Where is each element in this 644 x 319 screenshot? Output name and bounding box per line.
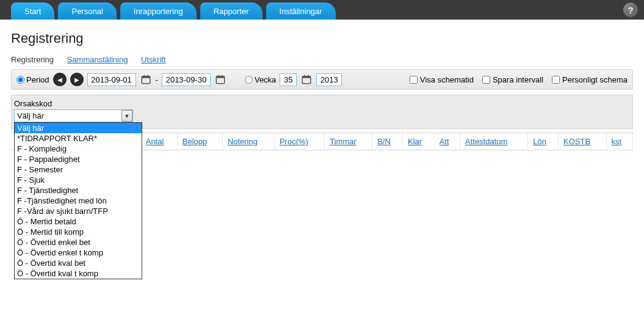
tab-start[interactable]: Start bbox=[11, 2, 54, 20]
orsakskod-option[interactable]: F - Pappaledighet bbox=[15, 154, 142, 164]
orsakskod-combo[interactable]: ▼ Välj här*TIDRAPPORT KLAR*F - Kompledig… bbox=[14, 109, 133, 122]
orsakskod-option[interactable]: Välj här bbox=[15, 123, 142, 133]
svg-rect-7 bbox=[222, 75, 223, 77]
chevron-down-icon: ▼ bbox=[125, 113, 130, 119]
grid-header[interactable]: Proc(%) bbox=[274, 133, 324, 150]
personligt-schema-checkbox[interactable] bbox=[552, 76, 560, 84]
period-radio[interactable] bbox=[16, 76, 24, 84]
spara-intervall-checkbox[interactable] bbox=[482, 76, 490, 84]
tab-rapporter[interactable]: Rapporter bbox=[200, 2, 262, 20]
orsakskod-option[interactable]: F - Semester bbox=[15, 164, 142, 175]
svg-rect-3 bbox=[147, 75, 148, 77]
tab-installningar[interactable]: Inställningar bbox=[266, 2, 336, 20]
svg-rect-11 bbox=[308, 75, 309, 77]
orsakskod-dropdown[interactable]: Välj här*TIDRAPPORT KLAR*F - KompledigF … bbox=[14, 122, 142, 279]
tab-inrapportering[interactable]: Inrapportering bbox=[120, 2, 197, 20]
personligt-schema-label: Personligt schema bbox=[562, 75, 628, 84]
page-title: Registrering bbox=[11, 31, 633, 46]
week-input[interactable] bbox=[280, 73, 297, 86]
orsakskod-option[interactable]: F - Sjuk bbox=[15, 175, 142, 185]
orsakskod-input[interactable] bbox=[14, 109, 133, 122]
svg-rect-10 bbox=[305, 75, 306, 77]
svg-rect-1 bbox=[142, 76, 150, 78]
svg-rect-6 bbox=[218, 75, 219, 77]
grid-header[interactable]: Antal bbox=[140, 133, 177, 150]
grid-header[interactable]: Timmar bbox=[325, 133, 372, 150]
help-icon[interactable]: ? bbox=[623, 2, 638, 17]
subtab-row: Registrering Sammanställning Utskrift bbox=[11, 55, 633, 64]
orsakskod-option[interactable]: Ö - Övertid enkel bet bbox=[15, 237, 142, 248]
orsakskod-option[interactable]: F -Tjänstledighet med lön bbox=[15, 196, 142, 206]
subtab-registrering: Registrering bbox=[11, 55, 54, 64]
spara-intervall-label: Spara intervall bbox=[493, 75, 543, 84]
orsakskod-option[interactable]: Ö - Övertid kval bet bbox=[15, 258, 142, 268]
calendar-from-icon[interactable] bbox=[140, 73, 152, 86]
orsakskod-option[interactable]: Ö - Mertid till komp bbox=[15, 227, 142, 237]
vecka-radio[interactable] bbox=[245, 76, 253, 84]
grid-header[interactable]: Attestdatum bbox=[460, 133, 527, 150]
svg-rect-5 bbox=[216, 76, 225, 78]
grid-header[interactable]: Notering bbox=[222, 133, 274, 150]
orsakskod-option[interactable]: Ö - Mertid betald bbox=[15, 216, 142, 227]
orsakskod-section: Orsakskod ▼ Välj här*TIDRAPPORT KLAR*F -… bbox=[11, 95, 633, 129]
grid-header[interactable]: B/N bbox=[372, 133, 403, 150]
svg-rect-2 bbox=[143, 75, 145, 77]
orsakskod-option[interactable]: F - Kompledig bbox=[15, 144, 142, 154]
subtab-utskrift[interactable]: Utskrift bbox=[141, 55, 165, 64]
orsakskod-option[interactable]: F -Vård av sjukt barn/TFP bbox=[15, 206, 142, 216]
grid-header[interactable]: Klar bbox=[402, 133, 434, 150]
orsakskod-option[interactable]: F - Tjänstledighet bbox=[15, 185, 142, 196]
grid-header[interactable]: Att bbox=[434, 133, 460, 150]
tab-personal[interactable]: Personal bbox=[58, 2, 116, 20]
calendar-to-icon[interactable] bbox=[214, 73, 226, 86]
subtab-sammanstallning[interactable]: Sammanställning bbox=[67, 55, 128, 64]
grid-header[interactable]: Belopp bbox=[177, 133, 222, 150]
calendar-week-icon[interactable] bbox=[300, 73, 313, 86]
grid-header[interactable]: Lön bbox=[528, 133, 559, 150]
visa-schematid-checkbox[interactable] bbox=[410, 76, 418, 84]
prev-period-button[interactable]: ◀ bbox=[53, 73, 67, 86]
vecka-label: Vecka bbox=[255, 75, 276, 84]
orsakskod-label: Orsakskod bbox=[14, 99, 630, 108]
top-nav: Start Personal Inrapportering Rapporter … bbox=[0, 0, 644, 20]
next-period-button[interactable]: ▶ bbox=[70, 73, 84, 86]
orsakskod-dropdown-button[interactable]: ▼ bbox=[121, 110, 132, 122]
grid-header[interactable]: kst bbox=[606, 133, 632, 150]
date-dash: - bbox=[156, 75, 158, 84]
orsakskod-option[interactable]: *TIDRAPPORT KLAR* bbox=[15, 133, 142, 144]
filter-bar: Period ◀ ▶ - Vecka Visa schematid bbox=[11, 69, 633, 90]
orsakskod-option[interactable]: Ö - Övertid enkel t komp bbox=[15, 248, 142, 258]
period-label: Period bbox=[26, 75, 49, 84]
visa-schematid-label: Visa schematid bbox=[420, 75, 474, 84]
year-input[interactable] bbox=[316, 73, 342, 86]
orsakskod-option[interactable]: Ö - Övertid kval t komp bbox=[15, 268, 142, 279]
svg-rect-9 bbox=[303, 76, 311, 78]
date-to-input[interactable] bbox=[162, 73, 211, 86]
grid-header[interactable]: KOSTB bbox=[558, 133, 606, 150]
date-from-input[interactable] bbox=[87, 73, 136, 86]
